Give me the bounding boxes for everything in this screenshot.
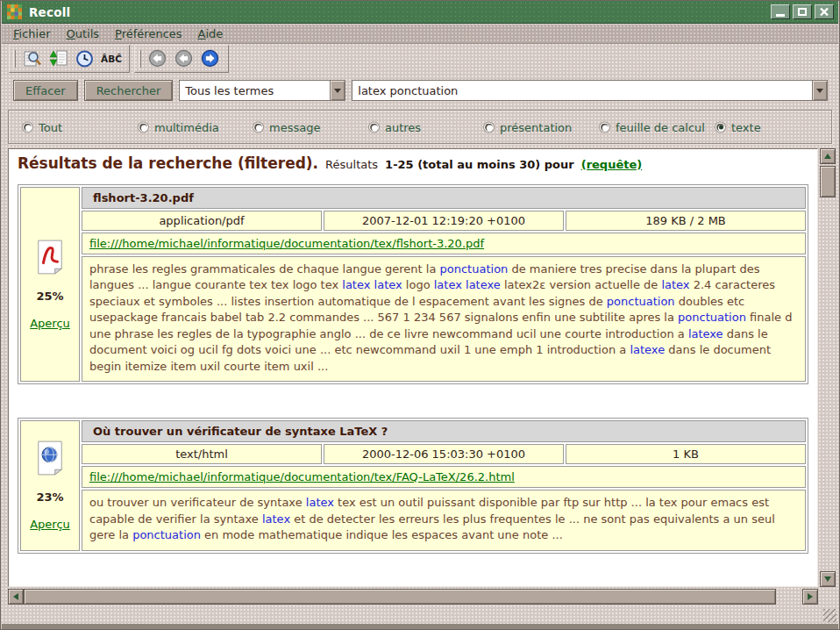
magnifier-document-icon — [22, 48, 43, 69]
result-size: 1 KB — [566, 444, 806, 464]
search-button[interactable]: Rechercher — [84, 80, 174, 101]
result-side-cell: 25% Aperçu — [20, 187, 80, 382]
result-entry: 23% Aperçu Où trouver un vérificateur de… — [18, 418, 808, 553]
search-mode-select[interactable]: Tous les termes — [179, 80, 345, 101]
toolbar: ÂBĈ — [2, 45, 229, 73]
menu-item-outils[interactable]: Outils — [59, 25, 108, 42]
scroll-left-button[interactable] — [8, 589, 24, 605]
resize-grip[interactable] — [823, 609, 836, 622]
results-range: 1-25 (total au moins 30) pour — [385, 158, 574, 171]
arrow-left-icon — [13, 593, 18, 600]
result-snippet: ou trouver un verificateur de syntaxe la… — [82, 490, 806, 550]
query-link[interactable]: (requête) — [581, 158, 643, 171]
radio-icon — [484, 122, 494, 132]
scroll-down-button[interactable] — [820, 571, 836, 587]
result-main-cell: flshort-3.20.pdf application/pdf 2007-12… — [82, 187, 806, 382]
search-controls: Effacer Rechercher Tous les termes latex… — [13, 80, 828, 101]
chevron-down-icon — [334, 89, 341, 93]
result-main-cell: Où trouver un vérificateur de syntaxe La… — [82, 420, 806, 550]
minimize-icon — [776, 14, 785, 17]
filter-radio-presentation[interactable]: présentation — [484, 120, 572, 133]
result-date: 2000-12-06 15:03:30 +0100 — [324, 444, 564, 464]
filter-radio-multimedia[interactable]: multimédia — [139, 120, 219, 133]
horizontal-scrollbar[interactable] — [8, 589, 818, 603]
filter-radio-feuille-de-calcul[interactable]: feuille de calcul — [600, 120, 705, 133]
filter-radio-message[interactable]: message — [253, 120, 320, 133]
document-preview-button[interactable] — [21, 47, 44, 70]
relevance-percent: 25% — [36, 290, 63, 303]
history-button[interactable] — [74, 47, 96, 70]
back-button-disabled[interactable] — [146, 47, 169, 70]
relevance-percent: 23% — [36, 490, 63, 504]
clock-icon — [75, 48, 96, 69]
scroll-right-button[interactable] — [802, 589, 818, 605]
results-title: Résultats de la recherche (filtered). — [18, 154, 318, 172]
result-url-link[interactable]: file:///home/michael/informatique/docume… — [89, 237, 484, 250]
results-count-prefix: Résultats — [325, 158, 378, 171]
query-dropdown-button[interactable] — [812, 81, 827, 100]
result-mime: text/html — [82, 444, 322, 464]
radio-icon — [715, 122, 725, 132]
forward-button[interactable] — [199, 47, 222, 70]
result-title: flshort-3.20.pdf — [82, 187, 806, 209]
sort-arrows-document-icon — [48, 48, 69, 69]
pdf-file-icon — [35, 239, 65, 276]
clear-button[interactable]: Effacer — [13, 80, 78, 101]
close-button[interactable] — [815, 4, 834, 19]
title-bar[interactable]: Recoll — [2, 1, 838, 24]
mode-dropdown-button[interactable] — [330, 81, 345, 100]
back-button-disabled[interactable] — [173, 47, 196, 70]
status-bar — [2, 624, 838, 629]
result-url-row: file:///home/michael/informatique/docume… — [82, 233, 806, 254]
filter-radio-texte[interactable]: texte — [715, 120, 761, 133]
filter-radio-autres[interactable]: autres — [369, 120, 421, 133]
sort-document-button[interactable] — [47, 47, 70, 70]
radio-icon — [253, 122, 263, 132]
arrow-right-icon — [808, 593, 813, 600]
term-explorer-button[interactable]: ÂBĈ — [100, 47, 123, 70]
filter-radio-tout[interactable]: Tout — [23, 120, 62, 133]
maximize-button[interactable] — [793, 4, 812, 19]
result-url-row: file:///home/michael/informatique/docume… — [82, 466, 806, 488]
maximize-icon — [798, 8, 807, 16]
menu-bar: Fichier Outils Préférences Aide — [2, 25, 838, 44]
result-url-link[interactable]: file:///home/michael/informatique/docume… — [89, 470, 515, 483]
preview-link[interactable]: Aperçu — [30, 518, 70, 531]
recoll-window: Recoll Fichier Outils Préférences Aide — [0, 0, 840, 630]
horizontal-scroll-thumb[interactable] — [24, 589, 776, 605]
vertical-scroll-thumb[interactable] — [820, 166, 836, 197]
toolbar-handle[interactable] — [139, 50, 141, 68]
query-value: latex ponctuation — [352, 84, 812, 97]
close-icon — [819, 7, 829, 17]
radio-icon — [23, 122, 32, 132]
preview-link[interactable]: Aperçu — [30, 317, 70, 330]
spell-abc-icon: ÂBĈ — [101, 54, 122, 64]
vertical-scrollbar[interactable] — [820, 148, 834, 587]
toolbar-handle[interactable] — [13, 50, 16, 68]
result-date: 2007-12-01 12:19:20 +0100 — [324, 211, 564, 231]
toolbar-group-main: ÂBĈ — [9, 45, 130, 73]
minimize-button[interactable] — [771, 4, 790, 19]
back-arrow-icon — [174, 48, 195, 69]
arrow-up-icon — [824, 154, 831, 159]
menu-item-fichier[interactable]: Fichier — [5, 25, 59, 42]
radio-icon — [369, 122, 379, 132]
category-filter-frame: Tout multimédia message autres présentat… — [8, 110, 832, 144]
results-header: Résultats de la recherche (filtered). Ré… — [18, 154, 812, 172]
menu-item-aide[interactable]: Aide — [190, 25, 231, 42]
result-side-cell: 23% Aperçu — [20, 420, 80, 550]
window-title: Recoll — [29, 5, 70, 19]
radio-icon — [139, 122, 148, 132]
query-input[interactable]: latex ponctuation — [352, 80, 828, 101]
result-entry: 25% Aperçu flshort-3.20.pdf application/… — [18, 184, 808, 384]
result-meta-row: text/html 2000-12-06 15:03:30 +0100 1 KB — [82, 444, 806, 464]
forward-arrow-icon — [200, 48, 221, 69]
result-title: Où trouver un vérificateur de syntaxe La… — [82, 420, 806, 442]
menu-item-preferences[interactable]: Préférences — [107, 25, 189, 42]
html-file-icon — [35, 440, 65, 476]
results-panel: Résultats de la recherche (filtered). Ré… — [8, 148, 834, 603]
scroll-up-button[interactable] — [820, 148, 836, 164]
result-mime: application/pdf — [82, 211, 322, 231]
chevron-down-icon — [816, 89, 823, 93]
arrow-down-icon — [824, 576, 831, 582]
